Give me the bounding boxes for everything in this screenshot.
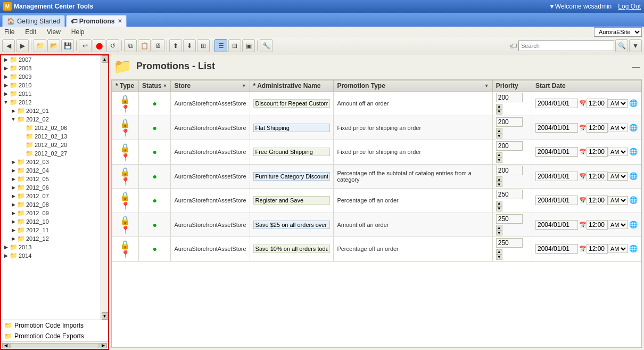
menu-edit[interactable]: Edit (23, 28, 38, 36)
tab-getting-started[interactable]: 🏠 Getting Started (2, 15, 65, 27)
cell-admin-name[interactable] (250, 92, 334, 116)
priority-down-btn[interactable]: ▼ (496, 255, 502, 260)
start-time-input[interactable] (587, 99, 608, 108)
start-date-input[interactable] (535, 172, 578, 181)
horizontal-scrollbar[interactable]: ◀ ▶ (1, 341, 108, 349)
tree-toggle-2009[interactable]: ▶ (2, 73, 10, 80)
tree-item-2008[interactable]: ▶ 📁 2008 (1, 64, 101, 72)
promo-code-exports-item[interactable]: 📁 Promotion Code Exports (1, 331, 108, 341)
tree-item-2012_02_06[interactable]: ▶ 📁 2012_02_06 (1, 124, 101, 132)
priority-up-btn[interactable]: ▲ (496, 249, 502, 255)
tree-area[interactable]: ▶ 📁 2007 ▶ 📁 2008 ▶ 📁 2009 (1, 55, 101, 320)
priority-spinner[interactable]: ▲▼ (496, 201, 502, 211)
store-filter-btn[interactable]: ▼ (242, 83, 246, 88)
calendar-icon[interactable]: 📅 (579, 125, 587, 131)
tree-toggle-2012_02[interactable]: ▼ (10, 116, 17, 123)
admin-name-input[interactable] (253, 196, 331, 205)
tree-toggle-2012_09[interactable]: ▶ (10, 209, 17, 217)
tree-item-2009[interactable]: ▶ 📁 2009 (1, 72, 101, 81)
priority-input[interactable] (496, 117, 523, 127)
app-dropdown-btn[interactable]: ▼ (549, 3, 555, 10)
copy-button[interactable]: ⧉ (124, 39, 137, 52)
cell-admin-name[interactable] (250, 164, 334, 189)
cell-priority[interactable]: ▲▼ (492, 92, 532, 116)
timezone-icon[interactable]: 🌐 (629, 99, 638, 107)
start-time-input[interactable] (587, 123, 608, 133)
priority-up-btn[interactable]: ▲ (496, 104, 502, 109)
ampm-select[interactable]: AMPM (608, 196, 628, 205)
priority-up-btn[interactable]: ▲ (496, 128, 502, 133)
scroll-up-btn[interactable]: ▲ (102, 55, 108, 63)
start-date-input[interactable] (535, 220, 578, 230)
calendar-icon[interactable]: 📅 (579, 197, 587, 204)
cell-start-date[interactable]: 📅AMPM🌐 (532, 140, 641, 165)
move-up-button[interactable]: ⬆ (169, 39, 182, 52)
priority-up-btn[interactable]: ▲ (496, 176, 502, 182)
ampm-select[interactable]: AMPM (608, 221, 628, 229)
tree-toggle-2012_01[interactable]: ▶ (10, 107, 17, 115)
priority-up-btn[interactable]: ▲ (496, 201, 502, 206)
cell-priority[interactable]: ▲▼ (492, 116, 532, 140)
cell-start-date[interactable]: 📅AMPM🌐 (532, 92, 641, 116)
admin-name-input[interactable] (253, 221, 331, 229)
priority-input[interactable] (496, 93, 523, 102)
promo-code-imports-item[interactable]: 📁 Promotion Code Imports (1, 320, 108, 331)
tree-item-2011[interactable]: ▶ 📁 2011 (1, 89, 101, 98)
tree-item-2012_02[interactable]: ▼ 📁 2012_02 (1, 115, 101, 124)
table-row[interactable]: 🔒📍●AuroraStorefrontAssetStorePercentage … (112, 164, 641, 189)
calendar-icon[interactable]: 📅 (579, 149, 587, 155)
cell-priority[interactable]: ▲▼ (492, 164, 532, 189)
table-row[interactable]: 🔒📍●AuroraStorefrontAssetStorePercentage … (112, 237, 641, 262)
cell-admin-name[interactable] (250, 213, 334, 237)
cell-admin-name[interactable] (250, 116, 334, 140)
forward-button[interactable]: ▶ (16, 39, 29, 52)
priority-input[interactable] (496, 238, 523, 248)
start-time-input[interactable] (587, 220, 608, 230)
tree-item-2012_09[interactable]: ▶ 📁 2012_09 (1, 209, 101, 217)
tree-item-2012_12[interactable]: ▶ 📁 2012_12 (1, 234, 101, 243)
start-time-input[interactable] (587, 244, 608, 254)
status-filter-btn[interactable]: ▼ (163, 83, 168, 88)
start-date-input[interactable] (535, 244, 578, 254)
new-button[interactable]: 📁 (34, 39, 46, 52)
timezone-icon[interactable]: 🌐 (629, 196, 638, 204)
tree-toggle-2012_10[interactable]: ▶ (10, 218, 17, 225)
priority-input[interactable] (496, 214, 523, 224)
priority-spinner[interactable]: ▲▼ (496, 176, 502, 187)
priority-up-btn[interactable]: ▲ (496, 152, 502, 158)
properties-button[interactable]: 🔧 (260, 39, 273, 52)
admin-name-input[interactable] (253, 99, 331, 108)
cell-priority[interactable]: ▲▼ (492, 189, 532, 213)
priority-down-btn[interactable]: ▼ (496, 109, 502, 115)
table-row[interactable]: 🔒📍●AuroraStorefrontAssetStoreFixed price… (112, 116, 641, 140)
tree-item-2013[interactable]: ▶ 📁 2013 (1, 243, 101, 251)
admin-name-input[interactable] (253, 245, 331, 253)
tree-item-2012_11[interactable]: ▶ 📁 2012_11 (1, 226, 101, 234)
priority-down-btn[interactable]: ▼ (496, 133, 502, 139)
tree-item-2012_08[interactable]: ▶ 📁 2012_08 (1, 200, 101, 209)
tree-toggle-2010[interactable]: ▶ (2, 82, 10, 89)
priority-down-btn[interactable]: ▼ (496, 182, 502, 187)
cell-admin-name[interactable] (250, 189, 334, 213)
start-time-input[interactable] (587, 196, 608, 205)
cell-admin-name[interactable] (250, 140, 334, 165)
timezone-icon[interactable]: 🌐 (629, 221, 638, 229)
menu-help[interactable]: Help (69, 28, 87, 36)
detail-view-button[interactable]: ▣ (242, 39, 255, 52)
priority-spinner[interactable]: ▲▼ (496, 128, 502, 139)
priority-down-btn[interactable]: ▼ (496, 158, 502, 163)
ampm-select[interactable]: AMPM (608, 99, 628, 108)
monitor-button[interactable]: 🖥 (152, 39, 164, 52)
tab-close-icon[interactable]: ✕ (118, 18, 122, 24)
promo-type-filter-btn[interactable]: ▼ (484, 83, 489, 88)
cell-start-date[interactable]: 📅AMPM🌐 (532, 164, 641, 189)
ampm-select[interactable]: AMPM (608, 148, 628, 156)
priority-input[interactable] (496, 166, 523, 175)
scroll-down-btn[interactable]: ▼ (102, 312, 108, 320)
table-row[interactable]: 🔒📍●AuroraStorefrontAssetStoreAmount off … (112, 213, 641, 237)
stop-button[interactable]: ⬤ (93, 39, 105, 52)
tree-item-2012_01[interactable]: ▶ 📁 2012_01 (1, 107, 101, 115)
priority-down-btn[interactable]: ▼ (496, 206, 502, 211)
tree-item-2012_02_27[interactable]: ▶ 📁 2012_02_27 (1, 149, 101, 158)
tree-item-2010[interactable]: ▶ 📁 2010 (1, 81, 101, 89)
